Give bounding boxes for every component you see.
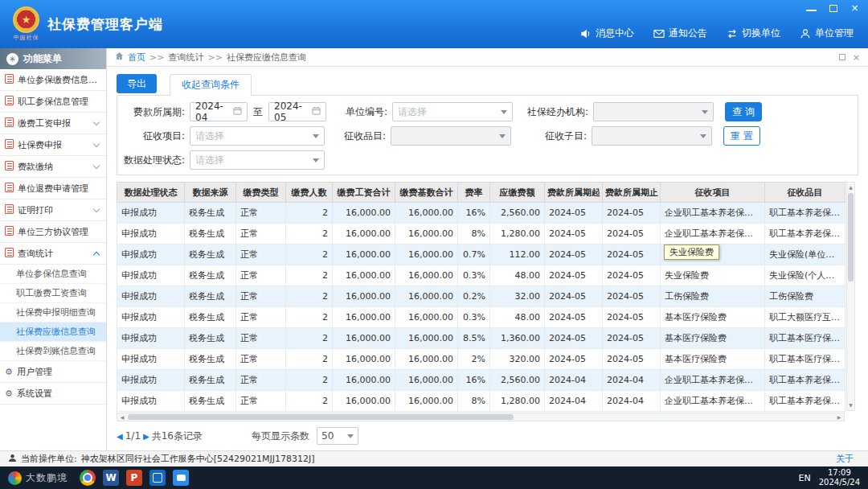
sidebar-item[interactable]: 费款缴纳 — [0, 156, 106, 178]
page-size-label: 每页显示条数 — [252, 429, 309, 443]
table-row[interactable]: 申报成功税务生成正常216,000.0016,000.000.7%112.002… — [117, 244, 845, 265]
sidebar-item[interactable]: 缴费工资申报 — [0, 113, 106, 134]
table-cell: 48.00 — [490, 307, 545, 328]
reset-button[interactable]: 重 置 — [723, 126, 760, 146]
scroll-down-icon[interactable]: ▼ — [847, 401, 854, 409]
table-cell: 正常 — [236, 349, 286, 370]
sidebar-item[interactable]: ⚙系统设置 — [0, 383, 106, 405]
table-row[interactable]: 申报成功税务生成正常216,000.0016,000.0016%2,560.00… — [117, 370, 845, 391]
input-language-indicator[interactable]: EN — [799, 473, 811, 483]
panel-close-icon[interactable]: × — [853, 53, 860, 62]
chevron-down-icon — [499, 134, 506, 138]
sidebar-item[interactable]: 查询统计 — [0, 243, 106, 265]
sidebar-item[interactable]: 单位参保缴费信息管理 — [0, 69, 106, 91]
table-row[interactable]: 申报成功税务生成正常216,000.0016,000.000.3%48.0020… — [117, 307, 845, 328]
next-page-icon[interactable]: ▶ — [143, 432, 149, 441]
table-cell: 2024-04 — [603, 370, 661, 391]
panel-maximize-icon[interactable] — [839, 54, 845, 60]
column-header[interactable]: 费款所属期起 — [545, 183, 603, 203]
table-row[interactable]: 申报成功税务生成正常216,000.0016,000.000.3%48.0020… — [117, 265, 845, 286]
table-cell: 职工基本养老保险(单位… — [765, 203, 845, 224]
scroll-left-icon[interactable]: ◀ — [118, 413, 126, 421]
sidebar-item[interactable]: 单位三方协议管理 — [0, 221, 106, 243]
scroll-right-icon[interactable]: ▶ — [835, 413, 843, 421]
table-cell: 16,000.00 — [395, 370, 458, 391]
titlebar-action[interactable]: 切换单位 — [727, 27, 780, 40]
app-title: 社保费管理客户端 — [47, 15, 163, 34]
vertical-scrollbar[interactable]: ▲ ▼ — [846, 182, 855, 411]
word-icon[interactable] — [103, 470, 119, 486]
sidebar-item[interactable]: ⚙用户管理 — [0, 361, 106, 383]
column-header[interactable]: 应缴费额 — [490, 183, 545, 203]
vertical-scroll-thumb[interactable] — [848, 193, 854, 281]
titlebar-action[interactable]: 消息中心 — [580, 27, 634, 40]
page-size-select[interactable]: 50 — [317, 427, 358, 445]
collapse-query-tab[interactable]: 收起查询条件 — [170, 74, 252, 96]
table-cell: 2 — [286, 265, 333, 286]
column-header[interactable]: 费率 — [458, 183, 490, 203]
table-cell: 2024-05 — [603, 286, 661, 307]
tax-app-icon[interactable] — [149, 470, 166, 486]
table-row[interactable]: 申报成功税务生成正常216,000.0016,000.002%320.00202… — [117, 349, 845, 370]
sidebar-subitem[interactable]: 单位参保信息查询 — [0, 265, 106, 284]
table-row[interactable]: 申报成功税务生成正常216,000.0016,000.008.5%1,360.0… — [117, 328, 845, 349]
search-button[interactable]: 查 询 — [725, 102, 762, 121]
period-to-input[interactable]: 2024-05 — [268, 102, 326, 121]
column-header[interactable]: 数据来源 — [185, 183, 236, 203]
table-cell: 税务生成 — [185, 224, 236, 244]
agency-select — [593, 102, 714, 121]
chevron-down-icon — [93, 118, 100, 125]
table-cell: 申报成功 — [117, 244, 185, 265]
unit-no-select[interactable]: 请选择 — [392, 102, 513, 121]
table-cell: 正常 — [236, 265, 286, 286]
titlebar-action[interactable]: 单位管理 — [800, 27, 854, 40]
close-icon[interactable]: × — [850, 3, 860, 13]
maximize-icon[interactable] — [829, 5, 837, 12]
sidebar-item[interactable]: 单位退费申请管理 — [0, 178, 106, 199]
column-header[interactable]: 费款所属期止 — [603, 183, 661, 203]
status-select[interactable]: 请选择 — [190, 150, 325, 170]
column-header[interactable]: 征收项目 — [661, 183, 765, 203]
column-header[interactable]: 缴费工资合计 — [333, 183, 395, 203]
sidebar-item[interactable]: 证明打印 — [0, 199, 106, 221]
system-tray: EN 17:09 2024/5/24 — [799, 468, 860, 488]
column-header[interactable]: 缴费人数 — [286, 183, 333, 203]
sidebar-item[interactable]: 职工参保信息管理 — [0, 91, 106, 113]
column-header[interactable]: 缴费基数合计 — [395, 183, 458, 203]
about-link[interactable]: 关于 — [836, 453, 860, 465]
period-from-input[interactable]: 2024-04 — [190, 102, 248, 121]
chat-app-icon[interactable] — [173, 470, 189, 486]
column-header[interactable]: 数据处理状态 — [117, 183, 185, 203]
scroll-up-icon[interactable]: ▲ — [847, 183, 854, 191]
table-cell: 税务生成 — [185, 244, 236, 265]
powerpoint-icon[interactable] — [126, 470, 142, 486]
status-label: 数据处理状态: — [117, 154, 190, 167]
sidebar-subitem[interactable]: 社保费到账信息查询 — [0, 342, 106, 361]
sidebar-item[interactable]: 社保费申报 — [0, 134, 106, 156]
sidebar-subitem[interactable]: 社保费申报明细查询 — [0, 303, 106, 323]
minimize-icon[interactable] — [806, 6, 817, 11]
chrome-icon[interactable] — [80, 470, 96, 486]
column-header[interactable]: 缴费类型 — [236, 183, 286, 203]
table-row[interactable]: 申报成功税务生成正常216,000.0016,000.008%1,280.002… — [117, 391, 845, 412]
table-row[interactable]: 申报成功税务生成正常216,000.0016,000.0016%2,560.00… — [117, 203, 845, 224]
table-row[interactable]: 申报成功税务生成正常216,000.0016,000.000.2%32.0020… — [117, 286, 845, 307]
project-select[interactable]: 请选择 — [190, 126, 325, 146]
table-cell: 基本医疗保险费 — [661, 328, 765, 349]
clock[interactable]: 17:09 2024/5/24 — [819, 468, 860, 488]
table-row[interactable]: 申报成功税务生成正常216,000.0016,000.008%1,280.002… — [117, 224, 845, 244]
prev-page-icon[interactable]: ◀ — [117, 432, 123, 441]
sidebar-subitem[interactable]: 职工缴费工资查询 — [0, 284, 106, 303]
table-cell: 16% — [458, 203, 490, 224]
export-button[interactable]: 导出 — [117, 74, 157, 93]
horizontal-scroll-thumb[interactable] — [128, 414, 514, 420]
table-cell: 申报成功 — [117, 286, 185, 307]
breadcrumb-item[interactable]: 查询统计 — [168, 51, 203, 64]
sidebar-subitem[interactable]: 社保费应缴信息查询 — [0, 323, 106, 342]
titlebar-action[interactable]: 通知公告 — [653, 27, 707, 40]
breadcrumb-home[interactable]: 首页 — [128, 51, 145, 64]
horizontal-scrollbar[interactable]: ◀ ▶ — [117, 413, 845, 421]
table-cell: 职工基本养老保险(单位… — [765, 370, 845, 391]
column-header[interactable]: 征收品目 — [765, 183, 845, 203]
table-cell: 税务生成 — [185, 328, 236, 349]
